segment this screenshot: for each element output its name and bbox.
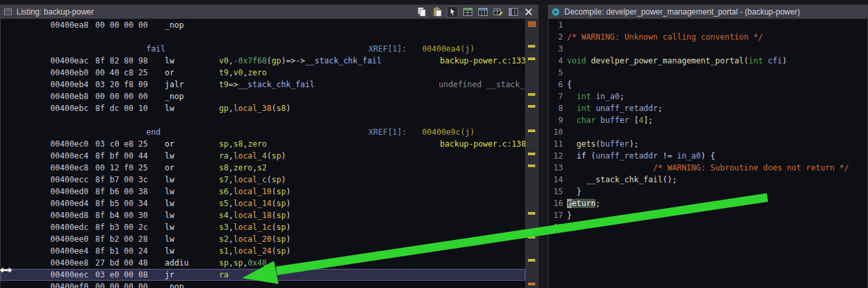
address[interactable]: 00400ee8 <box>50 257 89 269</box>
operand-token[interactable]: ( <box>271 246 276 256</box>
operand-token[interactable]: local_10 <box>234 187 272 196</box>
address[interactable]: 00400eb8 <box>50 90 89 102</box>
operand-token[interactable]: local_c <box>234 175 267 184</box>
nav-marker[interactable] <box>528 164 535 167</box>
code-token[interactable]: 4 <box>638 116 643 125</box>
bytes[interactable]: 8f b2 00 28 <box>95 233 148 245</box>
operand-token[interactable]: ) <box>281 151 286 161</box>
listing-row[interactable]: 00400ed88f b4 00 30lws4,local_18(sp) <box>1 209 525 221</box>
marker-column[interactable] <box>525 19 538 288</box>
code-token[interactable]: ; <box>658 104 662 113</box>
operand-token[interactable]: gp <box>272 56 281 65</box>
format-columns-icon[interactable] <box>508 7 519 17</box>
code-token[interactable] <box>595 116 600 125</box>
bytes[interactable]: 8f dc 00 10 <box>95 102 148 114</box>
code-token[interactable]: ); <box>629 139 638 149</box>
bytes[interactable]: 8f 82 80 98 <box>95 55 148 67</box>
code-token[interactable]: } <box>567 211 572 220</box>
bytes[interactable]: 03 20 f8 09 <box>95 79 148 90</box>
operand-token[interactable]: s2 <box>219 234 228 244</box>
address[interactable]: 00400ef0 <box>50 281 89 288</box>
code-token[interactable]: } <box>567 187 582 196</box>
label-end[interactable]: end <box>146 126 161 138</box>
operand-token[interactable]: ( <box>267 151 271 161</box>
register-view-icon[interactable] <box>478 7 488 17</box>
decompile-line[interactable]: 8 int unaff_retaddr; <box>548 102 867 114</box>
code-token[interactable]: buffer <box>601 116 629 125</box>
operand-token[interactable]: local_24 <box>234 246 272 256</box>
code-token[interactable] <box>567 139 576 149</box>
code-token[interactable]: { <box>567 80 572 89</box>
bytes[interactable]: 00 00 00 00 <box>95 90 148 102</box>
bytes[interactable]: 27 bd 00 48 <box>95 257 148 269</box>
bytes[interactable]: 8f b3 00 2c <box>95 221 148 233</box>
xref-target[interactable]: 00400ea4(j) <box>422 43 474 55</box>
operand-token[interactable]: sp <box>277 223 286 232</box>
operand-token[interactable]: ( <box>267 56 271 65</box>
address[interactable]: 00400eb0 <box>50 67 89 79</box>
operand-token[interactable]: sp <box>277 246 286 256</box>
listing-label-row[interactable]: failXREF[1]:00400ea4(j) <box>1 43 525 55</box>
code-token[interactable]: [ <box>629 116 638 125</box>
nav-marker[interactable] <box>528 153 535 155</box>
operand-token[interactable]: )=>-> <box>281 56 305 65</box>
code-token[interactable]: ) <box>782 56 787 65</box>
listing-row[interactable]: 00400ea800 00 00 00_nop <box>1 19 525 31</box>
copy-icon[interactable] <box>417 7 427 17</box>
mnemonic[interactable]: jr <box>165 269 174 281</box>
code-token[interactable]: in_a0 <box>595 92 619 101</box>
decompile-line[interactable]: 12 if (unaff_retaddr != in_a0) { <box>548 150 867 162</box>
code-token[interactable]: develper_power_management_portal <box>591 56 744 65</box>
operand-token[interactable]: __stack_chk_fail <box>238 80 315 89</box>
mnemonic[interactable]: addiu <box>165 257 189 269</box>
operand-token[interactable]: -0x7f68 <box>234 56 267 65</box>
code-token[interactable]: != <box>658 151 677 161</box>
operand-token[interactable]: , <box>228 211 233 220</box>
code-token[interactable] <box>567 151 576 161</box>
mnemonic[interactable]: lw <box>165 209 174 221</box>
code-token[interactable]: in_a0 <box>677 151 701 161</box>
listing-row[interactable]: 00400eb800 00 00 00_nop <box>1 90 525 102</box>
operand-token[interactable]: zero <box>234 163 253 172</box>
operand-token[interactable]: t9 <box>219 80 228 89</box>
operand-token[interactable]: ) <box>286 104 290 113</box>
decompile-line[interactable]: 15 } <box>548 186 867 198</box>
edit-fields-icon[interactable] <box>493 7 503 17</box>
code-token[interactable]: ]; <box>644 116 653 125</box>
operand-token[interactable]: , <box>228 151 233 161</box>
operand-token[interactable]: , <box>228 68 233 77</box>
operand-token[interactable]: ( <box>271 234 276 244</box>
operand-token[interactable]: ( <box>271 211 276 220</box>
listing-row[interactable]: 00400ecc8f b7 00 3clws7,local_c(sp) <box>1 174 525 186</box>
mnemonic[interactable]: lw <box>165 174 174 186</box>
listing-row[interactable]: 00400ee827 bd 00 48addiusp,sp,0x48 <box>1 257 525 269</box>
bytes[interactable]: 00 00 00 00 <box>95 281 148 288</box>
mnemonic[interactable]: or <box>165 67 174 79</box>
mnemonic[interactable]: or <box>165 162 174 174</box>
listing-row[interactable]: 00400ed48f b5 00 34lws5,local_14(sp) <box>1 198 525 209</box>
cursor-select-icon[interactable] <box>447 7 458 17</box>
operand-token[interactable]: , <box>228 187 233 196</box>
address[interactable]: 00400ed8 <box>50 209 89 221</box>
decompile-line[interactable]: 10 <box>548 126 867 138</box>
operand-token[interactable]: s7 <box>219 175 228 184</box>
code-token[interactable]: if <box>576 151 586 161</box>
code-token[interactable] <box>567 104 576 113</box>
listing-row[interactable]: 00400ef000 00 00 00_nop <box>1 281 525 288</box>
listing-blank-row[interactable] <box>1 114 525 126</box>
operand-token[interactable]: zero <box>247 139 267 149</box>
code-token[interactable]: ( <box>744 56 748 65</box>
listing-row[interactable]: 00400ebc8f dc 00 10lwgp,local_38(s8) <box>1 102 525 114</box>
operand-token[interactable]: sp <box>219 139 228 149</box>
listing-row[interactable]: 00400eec03 e0 00 08jrra <box>1 269 525 281</box>
nav-marker[interactable] <box>528 259 535 262</box>
listing-row[interactable]: 00400eb403 20 f8 09jalrt9=>__stack_chk_f… <box>1 79 525 90</box>
operand-token[interactable]: => <box>228 80 238 89</box>
operand-token[interactable]: s8 <box>277 104 286 113</box>
operand-token[interactable]: gp <box>219 104 228 113</box>
operand-token[interactable]: 0x48 <box>247 258 267 268</box>
bytes[interactable]: 00 40 c8 25 <box>95 67 148 79</box>
operand-token[interactable]: ra <box>219 151 228 161</box>
operand-token[interactable]: s8 <box>234 139 243 149</box>
operand-token[interactable]: v0 <box>219 56 228 65</box>
